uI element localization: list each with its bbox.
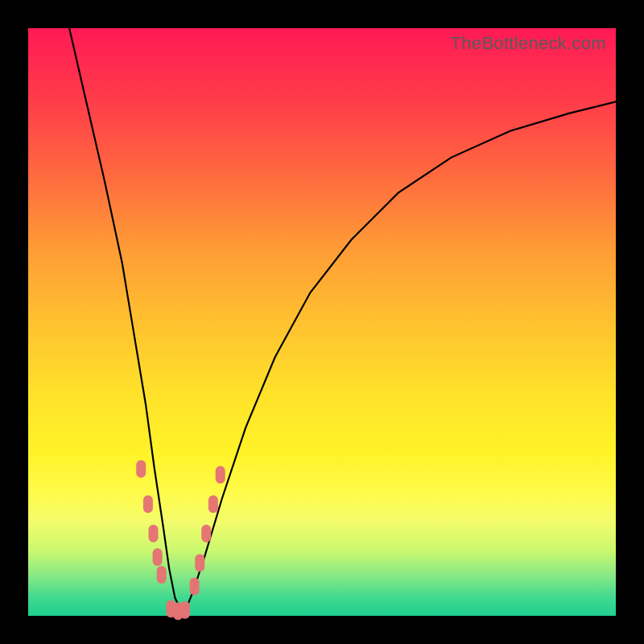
marker-point (143, 495, 153, 513)
marker-point (208, 495, 218, 513)
marker-point (136, 460, 146, 478)
marker-point (180, 601, 190, 619)
marker-point (157, 566, 167, 584)
marker-point (190, 578, 200, 596)
marker-point (195, 554, 204, 572)
plot-area: TheBottleneck.com (28, 28, 616, 616)
marker-point (201, 525, 211, 543)
curve-layer (28, 28, 616, 616)
chart-frame: TheBottleneck.com (0, 0, 644, 644)
marker-cluster (136, 460, 225, 621)
marker-point (149, 525, 159, 543)
marker-point (153, 548, 163, 566)
bottleneck-curve (69, 28, 616, 610)
marker-point (216, 466, 225, 484)
